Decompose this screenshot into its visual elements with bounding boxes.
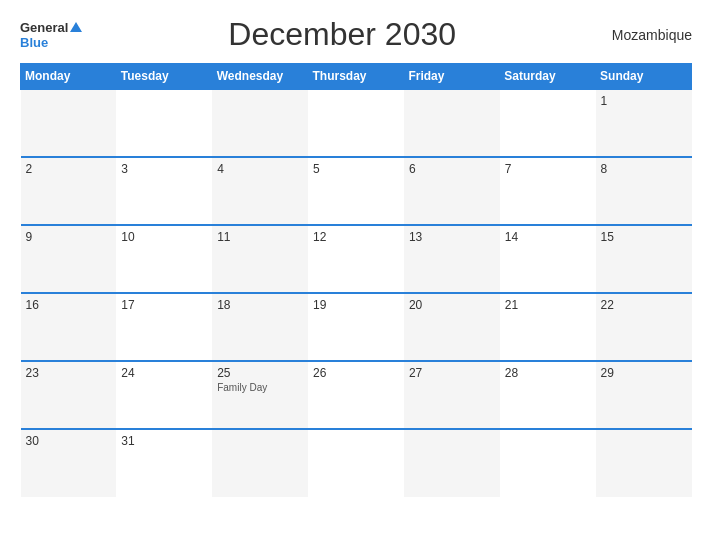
day-number: 25	[217, 366, 303, 380]
calendar-cell	[404, 89, 500, 157]
day-number: 29	[601, 366, 687, 380]
calendar-cell: 11	[212, 225, 308, 293]
calendar-week-row: 1	[21, 89, 692, 157]
day-number: 10	[121, 230, 207, 244]
calendar-cell	[500, 89, 596, 157]
day-number: 15	[601, 230, 687, 244]
calendar-cell: 20	[404, 293, 500, 361]
calendar-cell: 28	[500, 361, 596, 429]
calendar-cell: 15	[596, 225, 692, 293]
col-thursday: Thursday	[308, 64, 404, 90]
calendar-cell: 2	[21, 157, 117, 225]
day-number: 6	[409, 162, 495, 176]
day-number: 13	[409, 230, 495, 244]
calendar-cell	[21, 89, 117, 157]
calendar-week-row: 9101112131415	[21, 225, 692, 293]
col-saturday: Saturday	[500, 64, 596, 90]
day-number: 20	[409, 298, 495, 312]
day-number: 16	[26, 298, 112, 312]
calendar-cell: 17	[116, 293, 212, 361]
calendar-cell: 24	[116, 361, 212, 429]
calendar-cell	[212, 429, 308, 497]
calendar-cell: 29	[596, 361, 692, 429]
day-number: 4	[217, 162, 303, 176]
day-number: 7	[505, 162, 591, 176]
day-number: 5	[313, 162, 399, 176]
col-wednesday: Wednesday	[212, 64, 308, 90]
day-number: 31	[121, 434, 207, 448]
day-number: 27	[409, 366, 495, 380]
logo-general-text: General	[20, 20, 68, 35]
calendar-cell: 8	[596, 157, 692, 225]
calendar-cell: 5	[308, 157, 404, 225]
calendar-cell: 7	[500, 157, 596, 225]
calendar-cell: 21	[500, 293, 596, 361]
day-number: 28	[505, 366, 591, 380]
calendar-cell: 9	[21, 225, 117, 293]
calendar-week-row: 16171819202122	[21, 293, 692, 361]
calendar-week-row: 3031	[21, 429, 692, 497]
logo-triangle-icon	[70, 22, 82, 32]
col-tuesday: Tuesday	[116, 64, 212, 90]
calendar-cell	[404, 429, 500, 497]
calendar-cell: 10	[116, 225, 212, 293]
calendar-cell: 23	[21, 361, 117, 429]
calendar-cell: 12	[308, 225, 404, 293]
calendar-cell: 14	[500, 225, 596, 293]
calendar-cell: 30	[21, 429, 117, 497]
calendar-cell: 13	[404, 225, 500, 293]
calendar-cell: 3	[116, 157, 212, 225]
calendar-cell: 22	[596, 293, 692, 361]
day-number: 11	[217, 230, 303, 244]
calendar-cell	[596, 429, 692, 497]
day-number: 21	[505, 298, 591, 312]
logo-blue-text: Blue	[20, 35, 48, 50]
calendar-cell: 27	[404, 361, 500, 429]
day-number: 19	[313, 298, 399, 312]
calendar-cell	[500, 429, 596, 497]
day-number: 30	[26, 434, 112, 448]
calendar-cell	[308, 429, 404, 497]
logo: General Blue	[20, 20, 82, 50]
day-number: 12	[313, 230, 399, 244]
header: General Blue December 2030 Mozambique	[20, 16, 692, 53]
day-number: 2	[26, 162, 112, 176]
day-number: 14	[505, 230, 591, 244]
calendar-cell: 31	[116, 429, 212, 497]
day-number: 1	[601, 94, 687, 108]
calendar-cell	[308, 89, 404, 157]
page: General Blue December 2030 Mozambique Mo…	[0, 0, 712, 550]
day-number: 24	[121, 366, 207, 380]
calendar-cell: 18	[212, 293, 308, 361]
calendar-cell: 16	[21, 293, 117, 361]
col-sunday: Sunday	[596, 64, 692, 90]
calendar-cell: 19	[308, 293, 404, 361]
day-number: 8	[601, 162, 687, 176]
month-title: December 2030	[82, 16, 602, 53]
calendar-cell: 6	[404, 157, 500, 225]
col-friday: Friday	[404, 64, 500, 90]
day-number: 22	[601, 298, 687, 312]
country-label: Mozambique	[602, 27, 692, 43]
calendar-table: Monday Tuesday Wednesday Thursday Friday…	[20, 63, 692, 497]
calendar-header-row: Monday Tuesday Wednesday Thursday Friday…	[21, 64, 692, 90]
day-number: 18	[217, 298, 303, 312]
day-number: 17	[121, 298, 207, 312]
calendar-cell: 1	[596, 89, 692, 157]
holiday-label: Family Day	[217, 382, 303, 393]
col-monday: Monday	[21, 64, 117, 90]
calendar-week-row: 2345678	[21, 157, 692, 225]
day-number: 23	[26, 366, 112, 380]
calendar-cell: 4	[212, 157, 308, 225]
day-number: 9	[26, 230, 112, 244]
calendar-week-row: 232425Family Day26272829	[21, 361, 692, 429]
calendar-cell: 25Family Day	[212, 361, 308, 429]
calendar-cell	[212, 89, 308, 157]
calendar-cell: 26	[308, 361, 404, 429]
day-number: 26	[313, 366, 399, 380]
calendar-cell	[116, 89, 212, 157]
day-number: 3	[121, 162, 207, 176]
